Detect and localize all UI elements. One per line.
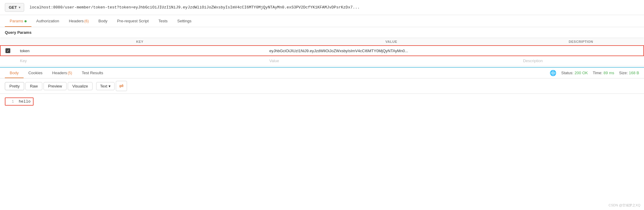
time-label: Time: 89 ms	[593, 71, 614, 75]
empty-row: Key Value Description	[0, 56, 644, 66]
col-header-checkbox	[0, 38, 15, 46]
text-select-chevron: ▾	[109, 84, 111, 88]
response-tabs-row: Body Cookies Headers(5) Test Results 🌐 S…	[0, 68, 644, 78]
empty-description[interactable]: Description	[518, 56, 644, 66]
response-tab-headers[interactable]: Headers(5)	[47, 68, 77, 78]
method-label: GET	[9, 5, 17, 10]
tab-params[interactable]: Params	[5, 15, 31, 27]
size-value: 168 B	[629, 71, 639, 75]
visualize-button[interactable]: Visualize	[68, 82, 93, 90]
wrap-button[interactable]: ⇌	[116, 81, 127, 91]
row-key[interactable]: token	[15, 46, 265, 56]
checkbox-checked[interactable]: ✓	[5, 48, 10, 53]
empty-checkbox	[0, 56, 15, 66]
query-params-title: Query Params	[0, 27, 644, 38]
tab-tests[interactable]: Tests	[154, 15, 172, 27]
response-tab-cookies[interactable]: Cookies	[24, 68, 47, 78]
text-type-select[interactable]: Text ▾	[96, 82, 115, 90]
tab-headers[interactable]: Headers(6)	[64, 15, 94, 27]
table-row: ✓ token eyJhbGciOiJIUzI1NiJ9.eyJzdWliOiJ…	[0, 46, 644, 56]
response-tab-body[interactable]: Body	[5, 68, 24, 78]
status-label: Status: 200 OK	[561, 71, 588, 75]
code-block: 1 hello	[5, 97, 34, 106]
col-header-description: DESCRIPTION	[518, 38, 644, 46]
url-input[interactable]	[27, 3, 639, 11]
code-area: 1 hello	[0, 94, 644, 109]
wrap-icon: ⇌	[119, 83, 124, 89]
time-value: 89 ms	[603, 71, 614, 75]
tab-pre-request[interactable]: Pre-request Script	[112, 15, 154, 27]
size-label: Size: 168 B	[619, 71, 639, 75]
status-value: 200 OK	[574, 71, 588, 75]
url-bar: GET ▾	[0, 0, 644, 15]
row-description	[518, 46, 644, 56]
tab-authorization[interactable]: Authorization	[31, 15, 64, 27]
params-table: KEY VALUE DESCRIPTION ✓ token eyJhbGciOi…	[0, 38, 644, 66]
globe-icon: 🌐	[550, 70, 556, 76]
row-checkbox-cell[interactable]: ✓	[0, 46, 15, 56]
response-section: Body Cookies Headers(5) Test Results 🌐 S…	[0, 67, 644, 109]
preview-button[interactable]: Preview	[44, 82, 67, 90]
response-tab-test-results[interactable]: Test Results	[77, 68, 108, 78]
col-header-value: VALUE	[265, 38, 518, 46]
method-chevron: ▾	[19, 6, 20, 9]
response-status-bar: 🌐 Status: 200 OK Time: 89 ms Size: 168 B	[550, 70, 639, 76]
empty-key[interactable]: Key	[15, 56, 265, 66]
raw-button[interactable]: Raw	[25, 82, 42, 90]
code-line-1[interactable]: hello	[19, 99, 31, 104]
tab-body[interactable]: Body	[94, 15, 112, 27]
row-value[interactable]: eyJhbGciOiJIUzI1NiJ9.eyJzdWliOiJoZWxsbyI…	[265, 46, 518, 56]
empty-value[interactable]: Value	[265, 56, 518, 66]
line-number-1: 1	[8, 100, 14, 104]
params-dot	[24, 20, 27, 22]
method-select[interactable]: GET ▾	[5, 3, 24, 12]
col-header-key: KEY	[15, 38, 265, 46]
tab-settings[interactable]: Settings	[172, 15, 196, 27]
pretty-button[interactable]: Pretty	[5, 82, 24, 90]
format-toolbar: Pretty Raw Preview Visualize Text ▾ ⇌	[0, 78, 644, 94]
headers-badge: (6)	[84, 19, 89, 23]
request-tabs: Params Authorization Headers(6) Body Pre…	[0, 15, 644, 27]
response-headers-badge: (5)	[68, 71, 72, 75]
